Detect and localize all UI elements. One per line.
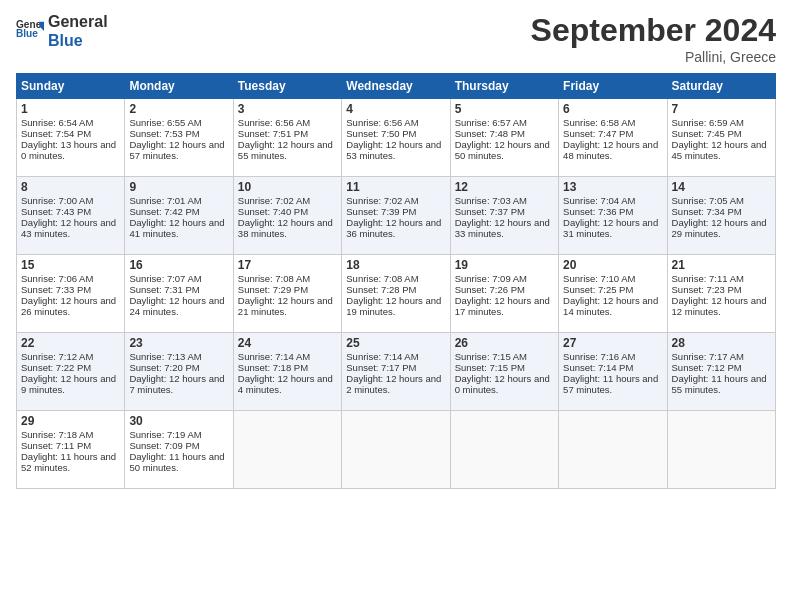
sunrise: Sunrise: 7:14 AM — [346, 351, 418, 362]
daylight: Daylight: 13 hours and 0 minutes. — [21, 139, 116, 161]
sunset: Sunset: 7:22 PM — [21, 362, 91, 373]
sunrise: Sunrise: 7:16 AM — [563, 351, 635, 362]
header-row: Sunday Monday Tuesday Wednesday Thursday… — [17, 74, 776, 99]
day-number: 3 — [238, 102, 337, 116]
week-row-2: 8Sunrise: 7:00 AMSunset: 7:43 PMDaylight… — [17, 177, 776, 255]
daylight: Daylight: 12 hours and 36 minutes. — [346, 217, 441, 239]
day-number: 6 — [563, 102, 662, 116]
day-number: 23 — [129, 336, 228, 350]
sunrise: Sunrise: 7:19 AM — [129, 429, 201, 440]
sunset: Sunset: 7:12 PM — [672, 362, 742, 373]
day-number: 21 — [672, 258, 771, 272]
sunrise: Sunrise: 7:15 AM — [455, 351, 527, 362]
day-cell-16: 16Sunrise: 7:07 AMSunset: 7:31 PMDayligh… — [125, 255, 233, 333]
day-cell-19: 19Sunrise: 7:09 AMSunset: 7:26 PMDayligh… — [450, 255, 558, 333]
location: Pallini, Greece — [531, 49, 776, 65]
sunrise: Sunrise: 7:08 AM — [238, 273, 310, 284]
sunrise: Sunrise: 7:02 AM — [346, 195, 418, 206]
sunrise: Sunrise: 7:04 AM — [563, 195, 635, 206]
sunrise: Sunrise: 6:59 AM — [672, 117, 744, 128]
col-friday: Friday — [559, 74, 667, 99]
sunrise: Sunrise: 7:18 AM — [21, 429, 93, 440]
col-sunday: Sunday — [17, 74, 125, 99]
sunset: Sunset: 7:42 PM — [129, 206, 199, 217]
sunrise: Sunrise: 6:56 AM — [346, 117, 418, 128]
daylight: Daylight: 12 hours and 43 minutes. — [21, 217, 116, 239]
sunrise: Sunrise: 7:00 AM — [21, 195, 93, 206]
day-cell-29: 29Sunrise: 7:18 AMSunset: 7:11 PMDayligh… — [17, 411, 125, 489]
day-number: 17 — [238, 258, 337, 272]
sunset: Sunset: 7:17 PM — [346, 362, 416, 373]
daylight: Daylight: 12 hours and 0 minutes. — [455, 373, 550, 395]
month-title: September 2024 — [531, 12, 776, 49]
sunrise: Sunrise: 7:06 AM — [21, 273, 93, 284]
sunset: Sunset: 7:39 PM — [346, 206, 416, 217]
day-number: 7 — [672, 102, 771, 116]
col-tuesday: Tuesday — [233, 74, 341, 99]
sunset: Sunset: 7:20 PM — [129, 362, 199, 373]
sunrise: Sunrise: 7:01 AM — [129, 195, 201, 206]
sunset: Sunset: 7:11 PM — [21, 440, 91, 451]
sunset: Sunset: 7:23 PM — [672, 284, 742, 295]
daylight: Daylight: 12 hours and 21 minutes. — [238, 295, 333, 317]
sunset: Sunset: 7:15 PM — [455, 362, 525, 373]
sunset: Sunset: 7:28 PM — [346, 284, 416, 295]
logo-blue: Blue — [48, 31, 108, 50]
sunset: Sunset: 7:31 PM — [129, 284, 199, 295]
sunrise: Sunrise: 7:09 AM — [455, 273, 527, 284]
day-cell-21: 21Sunrise: 7:11 AMSunset: 7:23 PMDayligh… — [667, 255, 775, 333]
sunrise: Sunrise: 7:03 AM — [455, 195, 527, 206]
daylight: Daylight: 12 hours and 9 minutes. — [21, 373, 116, 395]
daylight: Daylight: 12 hours and 57 minutes. — [129, 139, 224, 161]
day-cell-9: 9Sunrise: 7:01 AMSunset: 7:42 PMDaylight… — [125, 177, 233, 255]
day-cell-10: 10Sunrise: 7:02 AMSunset: 7:40 PMDayligh… — [233, 177, 341, 255]
daylight: Daylight: 12 hours and 12 minutes. — [672, 295, 767, 317]
sunrise: Sunrise: 7:08 AM — [346, 273, 418, 284]
calendar-page: General Blue General Blue September 2024… — [0, 0, 792, 612]
day-cell-6: 6Sunrise: 6:58 AMSunset: 7:47 PMDaylight… — [559, 99, 667, 177]
sunset: Sunset: 7:43 PM — [21, 206, 91, 217]
sunset: Sunset: 7:40 PM — [238, 206, 308, 217]
col-saturday: Saturday — [667, 74, 775, 99]
daylight: Daylight: 12 hours and 2 minutes. — [346, 373, 441, 395]
day-cell-25: 25Sunrise: 7:14 AMSunset: 7:17 PMDayligh… — [342, 333, 450, 411]
day-number: 30 — [129, 414, 228, 428]
day-number: 10 — [238, 180, 337, 194]
day-number: 25 — [346, 336, 445, 350]
sunset: Sunset: 7:25 PM — [563, 284, 633, 295]
day-cell-11: 11Sunrise: 7:02 AMSunset: 7:39 PMDayligh… — [342, 177, 450, 255]
sunset: Sunset: 7:26 PM — [455, 284, 525, 295]
sunset: Sunset: 7:34 PM — [672, 206, 742, 217]
day-number: 14 — [672, 180, 771, 194]
day-cell-18: 18Sunrise: 7:08 AMSunset: 7:28 PMDayligh… — [342, 255, 450, 333]
week-row-1: 1Sunrise: 6:54 AMSunset: 7:54 PMDaylight… — [17, 99, 776, 177]
empty-cell — [233, 411, 341, 489]
sunset: Sunset: 7:47 PM — [563, 128, 633, 139]
day-number: 15 — [21, 258, 120, 272]
sunset: Sunset: 7:18 PM — [238, 362, 308, 373]
day-cell-4: 4Sunrise: 6:56 AMSunset: 7:50 PMDaylight… — [342, 99, 450, 177]
daylight: Daylight: 12 hours and 14 minutes. — [563, 295, 658, 317]
day-number: 13 — [563, 180, 662, 194]
week-row-4: 22Sunrise: 7:12 AMSunset: 7:22 PMDayligh… — [17, 333, 776, 411]
sunrise: Sunrise: 7:10 AM — [563, 273, 635, 284]
daylight: Daylight: 12 hours and 33 minutes. — [455, 217, 550, 239]
sunrise: Sunrise: 7:07 AM — [129, 273, 201, 284]
day-number: 19 — [455, 258, 554, 272]
day-number: 16 — [129, 258, 228, 272]
daylight: Daylight: 12 hours and 19 minutes. — [346, 295, 441, 317]
empty-cell — [342, 411, 450, 489]
sunrise: Sunrise: 6:56 AM — [238, 117, 310, 128]
daylight: Daylight: 12 hours and 45 minutes. — [672, 139, 767, 161]
logo-icon: General Blue — [16, 17, 44, 45]
day-cell-8: 8Sunrise: 7:00 AMSunset: 7:43 PMDaylight… — [17, 177, 125, 255]
day-number: 2 — [129, 102, 228, 116]
week-row-3: 15Sunrise: 7:06 AMSunset: 7:33 PMDayligh… — [17, 255, 776, 333]
day-number: 12 — [455, 180, 554, 194]
day-number: 20 — [563, 258, 662, 272]
day-number: 1 — [21, 102, 120, 116]
sunset: Sunset: 7:54 PM — [21, 128, 91, 139]
sunset: Sunset: 7:36 PM — [563, 206, 633, 217]
day-number: 24 — [238, 336, 337, 350]
empty-cell — [667, 411, 775, 489]
